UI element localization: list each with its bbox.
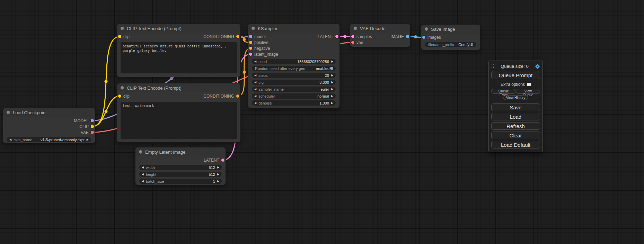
- input-port-samples[interactable]: [351, 35, 354, 38]
- output-port-conditioning[interactable]: [236, 35, 239, 38]
- widget-value: ComfyUI: [458, 43, 473, 47]
- node-clip-text-encode-negative[interactable]: CLIP Text Encode (Prompt) clip CONDITION…: [117, 83, 241, 143]
- input-port-images[interactable]: [422, 36, 425, 39]
- output-label-model: MODEL: [74, 118, 89, 123]
- input-port-latent-image[interactable]: [249, 53, 252, 56]
- input-port-model[interactable]: [249, 35, 252, 38]
- widget-value: 1: [213, 179, 215, 183]
- output-label-conditioning: CONDITIONING: [203, 34, 234, 39]
- decrement-arrow-icon[interactable]: ◀: [254, 80, 256, 85]
- node-load-checkpoint[interactable]: Load Checkpoint MODEL CLIP VAE: [3, 108, 95, 143]
- input-label-samples: samples: [356, 34, 372, 39]
- widget-label: height: [146, 172, 156, 177]
- widget-filename-prefix[interactable]: filename_prefix ComfyUI: [425, 42, 476, 47]
- input-port-negative[interactable]: [249, 47, 252, 50]
- decrement-arrow-icon[interactable]: ◀: [9, 137, 11, 142]
- node-title-bar[interactable]: CLIP Text Encode (Prompt): [117, 83, 240, 92]
- increment-arrow-icon[interactable]: ▶: [331, 59, 333, 64]
- output-port-conditioning[interactable]: [236, 94, 239, 98]
- input-port-positive[interactable]: [249, 41, 252, 44]
- output-port-vae[interactable]: [91, 131, 94, 134]
- widget-label: filename_prefix: [428, 43, 454, 47]
- node-status-dot: [354, 27, 357, 30]
- widget-ckpt-name[interactable]: ◀ ckpt_name v1-5-pruned-emaonly.ckpt ▶: [7, 137, 91, 142]
- increment-arrow-icon[interactable]: ▶: [217, 165, 219, 170]
- graph-canvas[interactable]: Load Checkpoint MODEL CLIP VAE: [0, 0, 644, 244]
- decrement-arrow-icon[interactable]: ◀: [254, 59, 256, 64]
- node-title-bar[interactable]: Empty Latent Image: [135, 147, 226, 156]
- output-port-latent[interactable]: [221, 159, 224, 162]
- node-title-bar[interactable]: Save Image: [421, 25, 480, 34]
- output-port-model[interactable]: [91, 119, 94, 122]
- prompt-textarea[interactable]: beautiful scenery nature glass bottle la…: [121, 42, 237, 73]
- load-default-button[interactable]: Load Default: [491, 141, 540, 148]
- refresh-button[interactable]: Refresh: [491, 122, 540, 130]
- input-label-model: model: [254, 34, 266, 39]
- node-clip-text-encode-positive[interactable]: CLIP Text Encode (Prompt) clip CONDITION…: [117, 24, 241, 77]
- widget-width[interactable]: ◀ width 512 ▶: [139, 165, 222, 170]
- load-button[interactable]: Load: [491, 113, 540, 120]
- increment-arrow-icon[interactable]: ▶: [217, 172, 219, 177]
- output-port-latent[interactable]: [335, 35, 338, 38]
- widget-seed[interactable]: ◀ seed 156680208700286 ▶: [252, 59, 336, 64]
- increment-arrow-icon[interactable]: ▶: [87, 137, 89, 142]
- save-button[interactable]: Save: [491, 103, 540, 111]
- widget-label: ckpt_name: [14, 138, 32, 142]
- node-title: VAE Decode: [360, 26, 385, 31]
- toggle-knob-icon[interactable]: [330, 67, 333, 70]
- node-title: Save Image: [431, 27, 455, 32]
- view-history-button[interactable]: View History: [503, 95, 528, 100]
- node-title-bar[interactable]: VAE Decode: [350, 24, 410, 33]
- decrement-arrow-icon[interactable]: ◀: [254, 93, 256, 99]
- widget-label: batch_size: [146, 179, 164, 183]
- settings-gear-icon[interactable]: [535, 64, 540, 69]
- node-title-bar[interactable]: KSampler: [248, 24, 339, 33]
- prompt-textarea[interactable]: text, watermark: [121, 102, 237, 139]
- widget-value: enabled: [316, 66, 329, 71]
- increment-arrow-icon[interactable]: ▶: [217, 179, 219, 184]
- widget-label: cfg: [258, 80, 264, 84]
- widget-steps[interactable]: ◀ steps 20 ▶: [252, 73, 336, 78]
- extra-options-checkbox[interactable]: [527, 83, 531, 86]
- node-save-image[interactable]: Save Image images filename_prefix ComfyU…: [421, 24, 480, 50]
- output-label-conditioning: CONDITIONING: [203, 94, 234, 99]
- widget-height[interactable]: ◀ height 512 ▶: [139, 172, 222, 177]
- increment-arrow-icon[interactable]: ▶: [331, 87, 333, 92]
- node-title-bar[interactable]: CLIP Text Encode (Prompt): [117, 24, 240, 33]
- node-status-dot: [139, 150, 142, 154]
- input-port-clip[interactable]: [118, 94, 121, 98]
- widget-random-seed-toggle[interactable]: Random seed after every gen enabled: [252, 66, 336, 71]
- clear-button[interactable]: Clear: [491, 132, 540, 139]
- node-title-bar[interactable]: Load Checkpoint: [3, 108, 95, 117]
- increment-arrow-icon[interactable]: ▶: [331, 100, 333, 106]
- decrement-arrow-icon[interactable]: ◀: [254, 87, 256, 92]
- decrement-arrow-icon[interactable]: ◀: [142, 172, 144, 177]
- increment-arrow-icon[interactable]: ▶: [331, 93, 333, 99]
- node-vae-decode[interactable]: VAE Decode samples IMAGE vae: [350, 24, 411, 47]
- decrement-arrow-icon[interactable]: ◀: [254, 100, 256, 106]
- input-port-vae[interactable]: [351, 41, 354, 44]
- decrement-arrow-icon[interactable]: ◀: [142, 165, 144, 170]
- queue-front-button[interactable]: Queue Front: [491, 89, 516, 94]
- queue-prompt-button[interactable]: Queue Prompt: [491, 71, 540, 79]
- drag-handle[interactable]: [491, 64, 494, 68]
- node-empty-latent-image[interactable]: Empty Latent Image LATENT ◀ width 512 ▶ …: [135, 147, 226, 185]
- node-ksampler[interactable]: KSampler model LATENT positive: [248, 24, 340, 108]
- output-label-latent: LATENT: [318, 34, 333, 39]
- widget-batch-size[interactable]: ◀ batch_size 1 ▶: [139, 179, 222, 184]
- widget-sampler-name[interactable]: ◀ sampler_name euler ▶: [252, 87, 336, 92]
- widget-scheduler[interactable]: ◀ scheduler normal ▶: [252, 93, 336, 99]
- node-status-dot: [7, 111, 10, 114]
- output-label-latent: LATENT: [204, 158, 219, 163]
- widget-cfg[interactable]: ◀ cfg 8.000 ▶: [252, 80, 336, 85]
- output-port-image[interactable]: [406, 35, 409, 38]
- decrement-arrow-icon[interactable]: ◀: [142, 179, 144, 184]
- output-port-clip[interactable]: [91, 125, 94, 128]
- view-queue-button[interactable]: View Queue: [516, 89, 540, 94]
- increment-arrow-icon[interactable]: ▶: [331, 80, 333, 85]
- widget-denoise[interactable]: ◀ denoise 1.000 ▶: [252, 100, 336, 106]
- widget-value: v1-5-pruned-emaonly.ckpt: [41, 138, 85, 142]
- input-port-clip[interactable]: [118, 35, 121, 38]
- decrement-arrow-icon[interactable]: ◀: [254, 73, 256, 78]
- increment-arrow-icon[interactable]: ▶: [331, 73, 333, 78]
